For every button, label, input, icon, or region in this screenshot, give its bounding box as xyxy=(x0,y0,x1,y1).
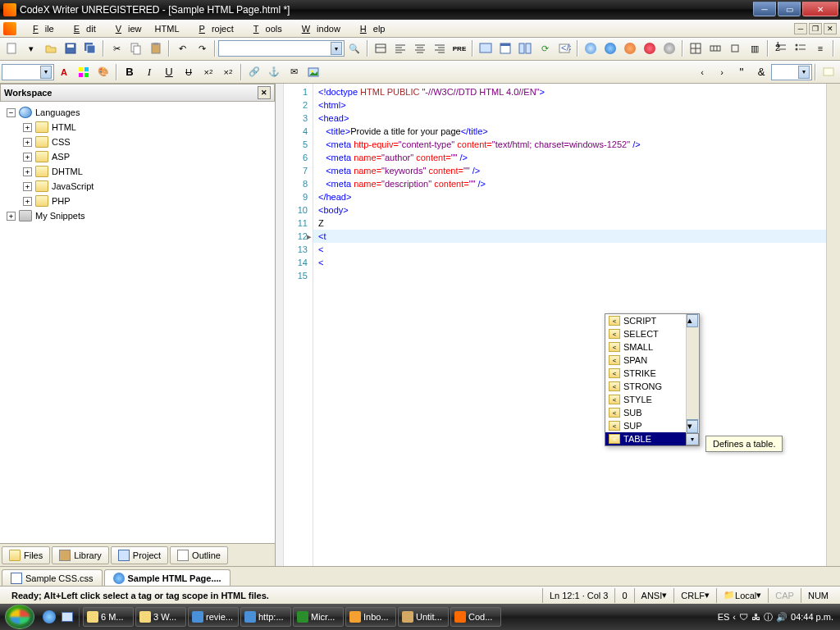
ac-item-sub[interactable]: <SUB xyxy=(605,406,699,419)
tray-network-icon[interactable]: 🖧 xyxy=(751,612,760,622)
italic-button[interactable]: I xyxy=(140,63,158,81)
font-size-combo[interactable]: ▾ xyxy=(2,64,54,80)
ql-ie-icon[interactable] xyxy=(41,607,57,627)
status-encoding[interactable]: ANSI ▾ xyxy=(634,588,674,603)
status-eol[interactable]: CRLF ▾ xyxy=(673,588,716,603)
workspace-tree[interactable]: −Languages +HTML+CSS+ASP+DHTML+JavaScrip… xyxy=(0,102,275,543)
font-button[interactable]: A xyxy=(55,63,73,81)
window-button[interactable] xyxy=(496,39,514,57)
menu-file[interactable]: File xyxy=(20,22,61,35)
code-editor[interactable]: 123456789101112131415 <!doctype HTML PUB… xyxy=(276,84,840,566)
start-button[interactable] xyxy=(5,605,34,629)
align-center-button[interactable] xyxy=(411,39,429,57)
list-bullet-button[interactable] xyxy=(792,39,810,57)
ws-tab-project[interactable]: Project xyxy=(111,546,168,564)
tray-lang[interactable]: ES xyxy=(718,612,730,622)
menu-edit[interactable]: Edit xyxy=(61,22,103,35)
tray-shield-icon[interactable]: 🛡 xyxy=(739,612,748,622)
workspace-close-button[interactable]: ✕ xyxy=(258,86,271,99)
ac-item-script[interactable]: <SCRIPT xyxy=(605,314,699,327)
autocomplete-popup[interactable]: <SCRIPT<SELECT<SMALL<SPAN<STRIKE<STRONG<… xyxy=(605,313,700,446)
ws-tab-files[interactable]: Files xyxy=(2,546,50,564)
ws-tab-library[interactable]: Library xyxy=(52,546,109,564)
list-item-button[interactable]: ≡ xyxy=(811,39,829,57)
maximize-button[interactable]: ▭ xyxy=(778,2,801,16)
safari-browser-button[interactable] xyxy=(660,39,678,57)
save-all-button[interactable] xyxy=(81,39,99,57)
save-button[interactable] xyxy=(62,39,80,57)
subscript-button[interactable]: ×2 xyxy=(219,63,237,81)
tree-item-html[interactable]: +HTML xyxy=(3,120,272,135)
tray-clock[interactable]: 04:44 p.m. xyxy=(791,612,833,622)
task-item[interactable]: 6 M... xyxy=(83,607,134,627)
editor-scrollbar[interactable] xyxy=(826,84,840,566)
doc-tab-html[interactable]: Sample HTML Page.... xyxy=(104,569,231,586)
search-combo[interactable]: ▾ xyxy=(218,40,345,57)
quote-button[interactable]: " xyxy=(733,63,751,81)
superscript-button[interactable]: ×2 xyxy=(199,63,217,81)
task-item[interactable]: revie... xyxy=(188,607,239,627)
pre-button[interactable]: PRE xyxy=(450,39,468,57)
tree-item-asp[interactable]: +ASP xyxy=(3,149,272,164)
opera-browser-button[interactable] xyxy=(641,39,659,57)
status-mode[interactable]: 📁 Local ▾ xyxy=(716,588,768,603)
tray-volume-icon[interactable]: 🔊 xyxy=(776,612,788,623)
close-button[interactable]: ✕ xyxy=(802,2,838,16)
tray-info-icon[interactable]: ⓘ xyxy=(764,611,773,623)
menu-window[interactable]: Window xyxy=(289,22,347,35)
color-button[interactable] xyxy=(75,63,93,81)
entity-combo[interactable]: ▾ xyxy=(771,64,812,80)
ql-desktop-icon[interactable] xyxy=(59,607,75,627)
paste-button[interactable] xyxy=(147,39,165,57)
tree-item-php[interactable]: +PHP xyxy=(3,194,272,208)
ac-item-style[interactable]: <STYLE xyxy=(605,393,699,406)
ws-tab-outline[interactable]: Outline xyxy=(170,546,228,564)
view-code-button[interactable]: </> xyxy=(555,39,573,57)
copy-button[interactable] xyxy=(127,39,145,57)
ac-item-small[interactable]: <SMALL xyxy=(605,340,699,354)
undo-button[interactable]: ↶ xyxy=(173,39,191,57)
table-button[interactable] xyxy=(687,39,705,57)
comment-button[interactable] xyxy=(819,63,838,81)
ie-browser-button[interactable] xyxy=(601,39,619,57)
autocomplete-scrollbar[interactable]: ▴ ▾ xyxy=(686,314,699,445)
image-button[interactable] xyxy=(304,63,322,81)
menu-help[interactable]: Help xyxy=(347,22,392,35)
ac-item-table[interactable]: <TABLE xyxy=(605,432,699,445)
firefox-browser-button[interactable] xyxy=(621,39,639,57)
nav-back-button[interactable]: ‹ xyxy=(693,63,711,81)
task-item[interactable]: Inbo... xyxy=(345,607,396,627)
ac-item-sup[interactable]: <SUP xyxy=(605,419,699,432)
align-right-button[interactable] xyxy=(431,39,449,57)
strike-button[interactable]: U xyxy=(180,63,198,81)
cut-button[interactable]: ✂ xyxy=(107,39,126,57)
system-tray[interactable]: ES ‹ 🛡 🖧 ⓘ 🔊 04:44 p.m. xyxy=(713,611,838,623)
tree-languages[interactable]: −Languages xyxy=(3,105,272,120)
autocomplete-dropdown-icon[interactable]: ▾ xyxy=(686,433,699,445)
table-split-button[interactable]: ▥ xyxy=(746,39,764,57)
tree-snippets[interactable]: +My Snippets xyxy=(3,208,272,223)
palette-button[interactable]: 🎨 xyxy=(94,63,112,81)
task-item[interactable]: Micr... xyxy=(293,607,344,627)
mdi-close-button[interactable]: ✕ xyxy=(824,23,837,34)
amp-button[interactable]: & xyxy=(752,63,770,81)
ac-item-select[interactable]: <SELECT xyxy=(605,327,699,340)
ac-item-strike[interactable]: <STRIKE xyxy=(605,367,699,380)
split-button[interactable] xyxy=(516,39,534,57)
open-button[interactable] xyxy=(42,39,60,57)
preview-button[interactable] xyxy=(477,39,495,57)
task-item[interactable]: 3 W... xyxy=(135,607,186,627)
code-content[interactable]: <!doctype HTML PUBLIC "-//W3C//DTD HTML … xyxy=(313,84,826,566)
refresh-button[interactable]: ⟳ xyxy=(536,39,554,57)
menu-project[interactable]: Project xyxy=(186,22,240,35)
nav-fwd-button[interactable]: › xyxy=(713,63,731,81)
table-cell-button[interactable] xyxy=(726,39,744,57)
mdi-restore-button[interactable]: ❐ xyxy=(809,23,822,34)
minimize-button[interactable]: ─ xyxy=(753,2,776,16)
anchor-button[interactable]: ⚓ xyxy=(265,63,283,81)
menu-html[interactable]: HTML xyxy=(148,22,186,35)
globe-icon[interactable] xyxy=(582,39,600,57)
menu-view[interactable]: View xyxy=(103,22,148,35)
underline-button[interactable]: U xyxy=(160,63,178,81)
list-num-button[interactable]: 12 xyxy=(772,39,790,57)
